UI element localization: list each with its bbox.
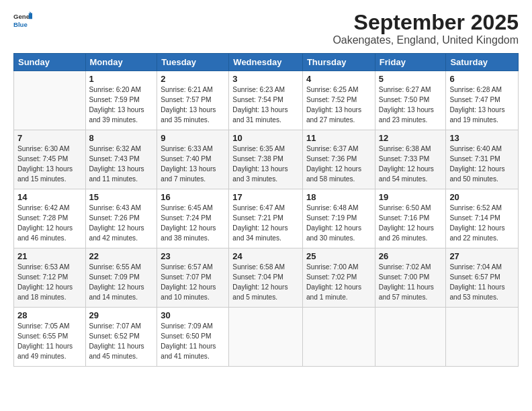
day-number: 8: [89, 133, 154, 143]
table-row: 13Sunrise: 6:40 AM Sunset: 7:31 PM Dayli…: [446, 130, 519, 189]
table-row: 8Sunrise: 6:32 AM Sunset: 7:43 PM Daylig…: [85, 130, 157, 189]
day-number: 4: [306, 74, 371, 84]
svg-marker-2: [29, 13, 32, 19]
day-number: 11: [306, 133, 371, 143]
calendar-table: Sunday Monday Tuesday Wednesday Thursday…: [13, 53, 519, 367]
table-row: 10Sunrise: 6:35 AM Sunset: 7:38 PM Dayli…: [229, 130, 303, 189]
day-info: Sunrise: 6:42 AM Sunset: 7:28 PM Dayligh…: [17, 203, 82, 243]
day-info: Sunrise: 7:04 AM Sunset: 6:57 PM Dayligh…: [449, 263, 515, 302]
day-info: Sunrise: 6:58 AM Sunset: 7:04 PM Dayligh…: [232, 263, 299, 302]
day-number: 24: [232, 251, 299, 261]
day-info: Sunrise: 6:30 AM Sunset: 7:45 PM Dayligh…: [17, 144, 82, 184]
svg-text:Blue: Blue: [13, 21, 28, 28]
day-info: Sunrise: 6:50 AM Sunset: 7:16 PM Dayligh…: [379, 203, 443, 243]
table-row: 22Sunrise: 6:55 AM Sunset: 7:09 PM Dayli…: [85, 248, 157, 308]
col-friday: Friday: [375, 54, 446, 71]
calendar-week-row: 1Sunrise: 6:20 AM Sunset: 7:59 PM Daylig…: [14, 71, 519, 130]
day-number: 22: [89, 251, 154, 261]
location-title: Oakengates, England, United Kingdom: [332, 34, 519, 46]
col-wednesday: Wednesday: [229, 54, 303, 71]
table-row: 6Sunrise: 6:28 AM Sunset: 7:47 PM Daylig…: [446, 71, 519, 130]
table-row: [302, 308, 375, 367]
day-info: Sunrise: 6:21 AM Sunset: 7:57 PM Dayligh…: [161, 85, 225, 125]
day-info: Sunrise: 6:27 AM Sunset: 7:50 PM Dayligh…: [379, 85, 443, 125]
day-number: 6: [449, 74, 515, 84]
table-row: 28Sunrise: 7:05 AM Sunset: 6:55 PM Dayli…: [14, 308, 86, 367]
logo-icon: General Blue: [13, 11, 32, 30]
day-number: 20: [449, 192, 515, 202]
day-number: 15: [89, 192, 154, 202]
table-row: 11Sunrise: 6:37 AM Sunset: 7:36 PM Dayli…: [302, 130, 375, 189]
day-number: 9: [161, 133, 225, 143]
table-row: 25Sunrise: 7:00 AM Sunset: 7:02 PM Dayli…: [302, 248, 375, 308]
month-title: September 2025: [332, 11, 519, 34]
col-thursday: Thursday: [302, 54, 375, 71]
day-info: Sunrise: 7:02 AM Sunset: 7:00 PM Dayligh…: [379, 263, 443, 302]
table-row: 9Sunrise: 6:33 AM Sunset: 7:40 PM Daylig…: [157, 130, 229, 189]
title-block: September 2025 Oakengates, England, Unit…: [332, 11, 519, 46]
day-number: 16: [161, 192, 225, 202]
table-row: 17Sunrise: 6:47 AM Sunset: 7:21 PM Dayli…: [229, 189, 303, 248]
day-info: Sunrise: 7:05 AM Sunset: 6:55 PM Dayligh…: [17, 322, 82, 361]
day-info: Sunrise: 6:57 AM Sunset: 7:07 PM Dayligh…: [161, 263, 225, 302]
day-info: Sunrise: 6:53 AM Sunset: 7:12 PM Dayligh…: [17, 263, 82, 302]
calendar-week-row: 14Sunrise: 6:42 AM Sunset: 7:28 PM Dayli…: [14, 189, 519, 248]
day-info: Sunrise: 6:52 AM Sunset: 7:14 PM Dayligh…: [449, 203, 515, 243]
day-info: Sunrise: 6:55 AM Sunset: 7:09 PM Dayligh…: [89, 263, 154, 302]
table-row: [446, 308, 519, 367]
day-info: Sunrise: 7:07 AM Sunset: 6:52 PM Dayligh…: [89, 322, 154, 361]
day-number: 2: [161, 74, 225, 84]
table-row: [375, 308, 446, 367]
table-row: 18Sunrise: 6:48 AM Sunset: 7:19 PM Dayli…: [302, 189, 375, 248]
table-row: 24Sunrise: 6:58 AM Sunset: 7:04 PM Dayli…: [229, 248, 303, 308]
table-row: 27Sunrise: 7:04 AM Sunset: 6:57 PM Dayli…: [446, 248, 519, 308]
table-row: 3Sunrise: 6:23 AM Sunset: 7:54 PM Daylig…: [229, 71, 303, 130]
table-row: 26Sunrise: 7:02 AM Sunset: 7:00 PM Dayli…: [375, 248, 446, 308]
col-tuesday: Tuesday: [157, 54, 229, 71]
day-info: Sunrise: 7:09 AM Sunset: 6:50 PM Dayligh…: [161, 322, 225, 361]
day-number: 19: [379, 192, 443, 202]
table-row: [229, 308, 303, 367]
day-number: 10: [232, 133, 299, 143]
day-number: 28: [17, 310, 82, 320]
day-number: 7: [17, 133, 82, 143]
day-info: Sunrise: 6:32 AM Sunset: 7:43 PM Dayligh…: [89, 144, 154, 184]
day-number: 12: [379, 133, 443, 143]
day-number: 26: [379, 251, 443, 261]
table-row: 30Sunrise: 7:09 AM Sunset: 6:50 PM Dayli…: [157, 308, 229, 367]
day-info: Sunrise: 6:43 AM Sunset: 7:26 PM Dayligh…: [89, 203, 154, 243]
day-number: 3: [232, 74, 299, 84]
page: General Blue September 2025 Oakengates, …: [0, 0, 532, 411]
table-row: 15Sunrise: 6:43 AM Sunset: 7:26 PM Dayli…: [85, 189, 157, 248]
day-info: Sunrise: 6:28 AM Sunset: 7:47 PM Dayligh…: [449, 85, 515, 125]
day-number: 21: [17, 251, 82, 261]
header: General Blue September 2025 Oakengates, …: [13, 11, 519, 46]
table-row: 4Sunrise: 6:25 AM Sunset: 7:52 PM Daylig…: [302, 71, 375, 130]
table-row: 29Sunrise: 7:07 AM Sunset: 6:52 PM Dayli…: [85, 308, 157, 367]
day-number: 17: [232, 192, 299, 202]
day-info: Sunrise: 6:25 AM Sunset: 7:52 PM Dayligh…: [306, 85, 371, 125]
day-info: Sunrise: 6:35 AM Sunset: 7:38 PM Dayligh…: [232, 144, 299, 184]
day-info: Sunrise: 6:37 AM Sunset: 7:36 PM Dayligh…: [306, 144, 371, 184]
table-row: 5Sunrise: 6:27 AM Sunset: 7:50 PM Daylig…: [375, 71, 446, 130]
calendar-week-row: 28Sunrise: 7:05 AM Sunset: 6:55 PM Dayli…: [14, 308, 519, 367]
day-info: Sunrise: 6:20 AM Sunset: 7:59 PM Dayligh…: [89, 85, 154, 125]
day-number: 14: [17, 192, 82, 202]
table-row: 2Sunrise: 6:21 AM Sunset: 7:57 PM Daylig…: [157, 71, 229, 130]
day-info: Sunrise: 6:40 AM Sunset: 7:31 PM Dayligh…: [449, 144, 515, 184]
table-row: [14, 71, 86, 130]
table-row: 21Sunrise: 6:53 AM Sunset: 7:12 PM Dayli…: [14, 248, 86, 308]
table-row: 7Sunrise: 6:30 AM Sunset: 7:45 PM Daylig…: [14, 130, 86, 189]
col-saturday: Saturday: [446, 54, 519, 71]
table-row: 23Sunrise: 6:57 AM Sunset: 7:07 PM Dayli…: [157, 248, 229, 308]
day-number: 18: [306, 192, 371, 202]
day-number: 5: [379, 74, 443, 84]
day-info: Sunrise: 6:47 AM Sunset: 7:21 PM Dayligh…: [232, 203, 299, 243]
col-sunday: Sunday: [14, 54, 86, 71]
table-row: 20Sunrise: 6:52 AM Sunset: 7:14 PM Dayli…: [446, 189, 519, 248]
day-number: 23: [161, 251, 225, 261]
day-number: 13: [449, 133, 515, 143]
day-info: Sunrise: 7:00 AM Sunset: 7:02 PM Dayligh…: [306, 263, 371, 302]
day-info: Sunrise: 6:45 AM Sunset: 7:24 PM Dayligh…: [161, 203, 225, 243]
day-info: Sunrise: 6:23 AM Sunset: 7:54 PM Dayligh…: [232, 85, 299, 125]
